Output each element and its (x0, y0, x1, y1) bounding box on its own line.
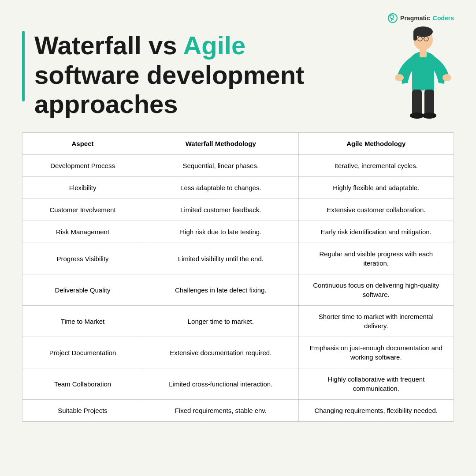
svg-rect-9 (420, 49, 427, 57)
header-waterfall: Waterfall Methodology (143, 133, 298, 155)
cell-aspect: Project Documentation (22, 337, 143, 368)
svg-rect-5 (413, 31, 417, 41)
cell-waterfall: Limited cross-functional interaction. (143, 368, 298, 400)
cell-aspect: Team Collaboration (22, 368, 143, 400)
cell-aspect: Time to Market (22, 306, 143, 337)
cell-agile: Highly flexible and adaptable. (298, 177, 454, 199)
cell-agile: Regular and visible progress with each i… (298, 243, 454, 274)
cell-agile: Iterative, incremental cycles. (298, 155, 454, 177)
cell-waterfall: Limited customer feedback. (143, 199, 298, 221)
logo-icon (388, 13, 398, 23)
logo: Pragmatic Coders (388, 13, 454, 23)
cell-aspect: Progress Visibility (22, 243, 143, 274)
svg-point-10 (395, 74, 404, 81)
logo-coders: Coders (433, 15, 454, 22)
cell-waterfall: Sequential, linear phases. (143, 155, 298, 177)
cell-waterfall: Extensive documentation required. (143, 337, 298, 368)
cell-aspect: Development Process (22, 155, 143, 177)
cell-agile: Changing requirements, flexibility neede… (298, 400, 454, 422)
table-row: Progress VisibilityLimited visibility un… (22, 243, 454, 274)
cell-waterfall: Limited visibility until the end. (143, 243, 298, 274)
cell-agile: Emphasis on just-enough documentation an… (298, 337, 454, 368)
title-agile: Agile (183, 31, 245, 60)
svg-rect-13 (424, 90, 434, 115)
table-row: Project DocumentationExtensive documenta… (22, 337, 454, 368)
cell-agile: Continuous focus on delivering high-qual… (298, 274, 454, 306)
header-section: Waterfall vs Agile software development … (22, 31, 454, 119)
page: Pragmatic Coders Waterfall vs Agile soft… (0, 0, 476, 476)
cell-waterfall: Less adaptable to changes. (143, 177, 298, 199)
title-rest: software development approaches (34, 60, 304, 119)
table-header-row: Aspect Waterfall Methodology Agile Metho… (22, 133, 454, 155)
title-area: Waterfall vs Agile software development … (22, 31, 339, 119)
green-bar (22, 31, 25, 101)
cell-aspect: Customer Involvement (22, 199, 143, 221)
cell-agile: Highly collaborative with frequent commu… (298, 368, 454, 400)
table-row: FlexibilityLess adaptable to changes.Hig… (22, 177, 454, 199)
title-vs: vs (141, 31, 183, 60)
table-row: Team CollaborationLimited cross-function… (22, 368, 454, 400)
header-agile: Agile Methodology (298, 133, 454, 155)
table-row: Customer InvolvementLimited customer fee… (22, 199, 454, 221)
logo-pragmatic: Pragmatic (400, 15, 430, 22)
person-illustration (383, 26, 454, 115)
svg-rect-12 (412, 90, 422, 115)
cell-waterfall: Longer time to market. (143, 306, 298, 337)
cell-aspect: Risk Management (22, 221, 143, 243)
cell-waterfall: Fixed requirements, stable env. (143, 400, 298, 422)
cell-aspect: Suitable Projects (22, 400, 143, 422)
table-row: Development ProcessSequential, linear ph… (22, 155, 454, 177)
comparison-table: Aspect Waterfall Methodology Agile Metho… (22, 132, 454, 422)
table-row: Time to MarketLonger time to market.Shor… (22, 306, 454, 337)
cell-agile: Shorter time to market with incremental … (298, 306, 454, 337)
main-title: Waterfall vs Agile software development … (34, 31, 339, 119)
svg-point-15 (422, 112, 436, 119)
cell-agile: Early risk identification and mitigation… (298, 221, 454, 243)
table-row: Risk ManagementHigh risk due to late tes… (22, 221, 454, 243)
header-aspect: Aspect (22, 133, 143, 155)
svg-point-0 (390, 15, 394, 19)
table-row: Deliverable QualityChallenges in late de… (22, 274, 454, 306)
svg-point-14 (410, 112, 424, 119)
cell-aspect: Flexibility (22, 177, 143, 199)
svg-point-11 (443, 74, 451, 81)
title-waterfall: Waterfall (34, 31, 141, 60)
cell-waterfall: Challenges in late defect fixing. (143, 274, 298, 306)
cell-waterfall: High risk due to late testing. (143, 221, 298, 243)
table-row: Suitable ProjectsFixed requirements, sta… (22, 400, 454, 422)
cell-aspect: Deliverable Quality (22, 274, 143, 306)
cell-agile: Extensive customer collaboration. (298, 199, 454, 221)
